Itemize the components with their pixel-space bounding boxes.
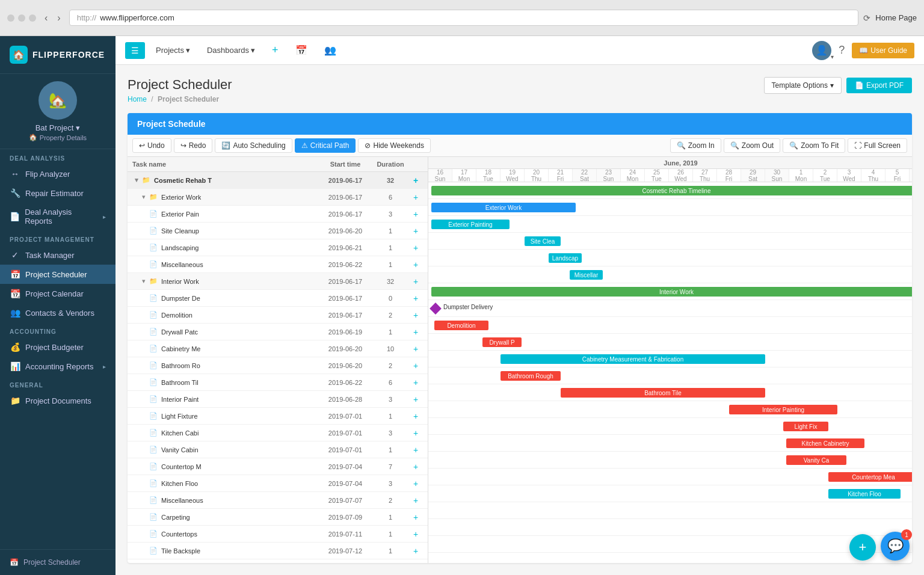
task-add-btn[interactable]: + [408, 546, 423, 556]
sidebar-item-deal-analysis-reports[interactable]: 📄 Deal Analysis Reports ▸ [0, 203, 116, 230]
sidebar-item-accounting-reports[interactable]: 📊 Accounting Reports ▸ [0, 357, 116, 376]
task-row[interactable]: ▾📁 Cosmetic Rehab T 2019-06-17 32 + [128, 172, 428, 189]
menu-button[interactable]: ☰ [125, 42, 145, 59]
gantt-bar[interactable]: Interior Painting [729, 405, 837, 414]
task-add-btn[interactable]: + [408, 529, 423, 539]
task-row[interactable]: 📄 Site Cleanup 2019-06-20 1 + [128, 223, 428, 239]
sidebar-item-flip-analyzer[interactable]: ↔ Flip Analyzer [0, 164, 116, 183]
nav-add[interactable]: + [266, 40, 285, 60]
gantt-bar[interactable]: Kitchen Cabinetry [786, 438, 864, 448]
export-pdf-button[interactable]: 📄 Export PDF [846, 78, 912, 93]
task-row[interactable]: 📄 Vanity Cabin 2019-07-01 1 + [128, 441, 428, 458]
gantt-bar[interactable]: Exterior Painting [431, 220, 510, 229]
browser-back[interactable]: ‹ [41, 11, 51, 25]
sidebar-item-project-budgeter[interactable]: 💰 Project Budgeter [0, 337, 116, 357]
user-avatar[interactable]: 👤 ▾ [812, 41, 831, 60]
task-add-btn[interactable]: + [408, 294, 423, 303]
task-add-btn[interactable]: + [408, 378, 423, 387]
task-add-btn[interactable]: + [408, 176, 423, 185]
breadcrumb-home[interactable]: Home [128, 95, 147, 103]
task-add-btn[interactable]: + [408, 361, 423, 371]
task-row[interactable]: 📄 Countertop M 2019-07-04 7 + [128, 458, 428, 475]
user-guide-button[interactable]: 📖 User Guide [852, 43, 914, 58]
gantt-chart-area[interactable]: June, 201916Sun17Mon18Tue19Wed20Thu21Fri… [428, 157, 912, 563]
task-row[interactable]: 📄 Interior Paint 2019-06-28 3 + [128, 391, 428, 408]
task-add-btn[interactable]: + [408, 209, 423, 219]
task-row[interactable]: 📄 Countertops 2019-07-11 1 + [128, 526, 428, 543]
task-row[interactable]: 📄 Light Fixture 2019-07-01 1 + [128, 408, 428, 425]
task-row[interactable]: 📄 Cabinetry Me 2019-06-20 10 + [128, 340, 428, 357]
task-row[interactable]: 📄 Bathroom Ro 2019-06-20 2 + [128, 357, 428, 374]
nav-contacts[interactable]: 👥 [318, 41, 342, 60]
nav-projects[interactable]: Projects ▾ [150, 42, 196, 58]
help-icon[interactable]: ? [839, 44, 845, 57]
task-add-btn[interactable]: + [408, 395, 423, 404]
task-add-btn[interactable]: + [408, 192, 423, 202]
gantt-bar[interactable]: Bathroom Tile [561, 388, 765, 398]
task-row[interactable]: 📄 Landscaping 2019-06-21 1 + [128, 239, 428, 256]
gantt-bar[interactable]: Exterior Work [431, 203, 576, 212]
task-add-btn[interactable]: + [408, 462, 423, 472]
gantt-bar[interactable]: Vanity Ca [786, 455, 846, 465]
task-row[interactable]: 📄 Demolition 2019-06-17 2 + [128, 307, 428, 324]
task-row[interactable]: ▾📁 Exterior Work 2019-06-17 6 + [128, 189, 428, 206]
task-row[interactable]: 📄 Carpeting 2019-07-09 1 + [128, 509, 428, 526]
sidebar-item-repair-estimator[interactable]: 🔧 Repair Estimator [0, 183, 116, 203]
sidebar-item-task-manager[interactable]: ✓ Task Manager [0, 245, 116, 265]
browser-url-bar[interactable]: http:// www.flipperforce.com [69, 10, 859, 26]
zoom-to-fit-button[interactable]: 🔍 Zoom To Fit [783, 138, 845, 153]
critical-path-button[interactable]: ⚠ Critical Path [295, 138, 356, 153]
task-row[interactable]: 📄 Dumpster De 2019-06-17 0 + [128, 290, 428, 307]
template-options-button[interactable]: Template Options ▾ [764, 77, 842, 94]
gantt-bar[interactable]: Cabinetry Measurement & Fabrication [500, 354, 765, 364]
gantt-bar[interactable]: Drywall P [482, 337, 522, 347]
task-add-btn[interactable]: + [408, 277, 423, 286]
redo-button[interactable]: ↪ Redo [174, 138, 213, 153]
gantt-bar[interactable]: Interior Work [431, 287, 912, 297]
zoom-in-button[interactable]: 🔍 Zoom In [670, 138, 721, 153]
task-add-btn[interactable]: + [408, 344, 423, 354]
task-add-btn[interactable]: + [408, 479, 423, 488]
nav-calendar[interactable]: 📅 [289, 41, 313, 60]
chat-button[interactable]: 💬 1 [881, 532, 910, 561]
add-fab-button[interactable]: + [849, 534, 876, 561]
hide-weekends-button[interactable]: ⊘ Hide Weekends [358, 138, 431, 153]
task-row[interactable]: 📄 Kitchen Cabi 2019-07-01 3 + [128, 425, 428, 441]
task-row[interactable]: 📄 Drywall Patc 2019-06-19 1 + [128, 324, 428, 340]
task-row[interactable]: 📄 Bathroom Til 2019-06-22 6 + [128, 374, 428, 391]
task-add-btn[interactable]: + [408, 226, 423, 236]
task-add-btn[interactable]: + [408, 428, 423, 438]
task-row[interactable]: 📄 Tile Backsple 2019-07-12 1 + [128, 543, 428, 559]
browser-home[interactable]: Home Page [875, 13, 917, 22]
gantt-milestone[interactable] [430, 303, 442, 315]
task-add-btn[interactable]: + [408, 243, 423, 253]
gantt-bar[interactable]: Bathroom Rough [500, 371, 561, 381]
gantt-bar[interactable]: Cosmetic Rehab Timeline [431, 186, 912, 195]
task-add-btn[interactable]: + [408, 260, 423, 269]
gantt-bar[interactable]: Demolition [434, 321, 488, 330]
gantt-bar[interactable]: Landscap [549, 253, 582, 263]
task-row[interactable]: ▾📁 Interior Work 2019-06-17 32 + [128, 273, 428, 290]
zoom-out-button[interactable]: 🔍 Zoom Out [724, 138, 780, 153]
project-name[interactable]: Bat Project ▾ [10, 123, 106, 132]
task-add-btn[interactable]: + [408, 512, 423, 522]
task-row[interactable]: 📄 Miscellaneous 2019-06-22 1 + [128, 256, 428, 273]
sidebar-item-contacts-vendors[interactable]: 👥 Contacts & Vendors [0, 303, 116, 322]
auto-scheduling-button[interactable]: 🔄 Auto Scheduling [215, 138, 292, 153]
undo-button[interactable]: ↩ Undo [132, 138, 171, 153]
task-add-btn[interactable]: + [408, 496, 423, 505]
gantt-bar[interactable]: Miscellar [570, 270, 603, 280]
sidebar-bottom-scheduler[interactable]: 📅 Project Scheduler [10, 555, 106, 570]
gantt-bar[interactable]: Site Clea [525, 236, 561, 246]
task-add-btn[interactable]: + [408, 327, 423, 337]
task-add-btn[interactable]: + [408, 310, 423, 320]
gantt-bar[interactable]: Countertop Mea [828, 472, 912, 482]
browser-reload[interactable]: ⟳ [863, 13, 870, 23]
task-row[interactable]: 📄 Kitchen Floo 2019-07-04 3 + [128, 475, 428, 492]
task-add-btn[interactable]: + [408, 411, 423, 421]
task-row[interactable]: 📄 Miscellaneous 2019-07-07 2 + [128, 492, 428, 509]
gantt-bar[interactable]: Kitchen Floo [828, 489, 901, 499]
sidebar-item-project-documents[interactable]: 📁 Project Documents [0, 391, 116, 410]
browser-forward[interactable]: › [54, 11, 64, 25]
gantt-bar[interactable]: Light Fix [783, 422, 828, 431]
